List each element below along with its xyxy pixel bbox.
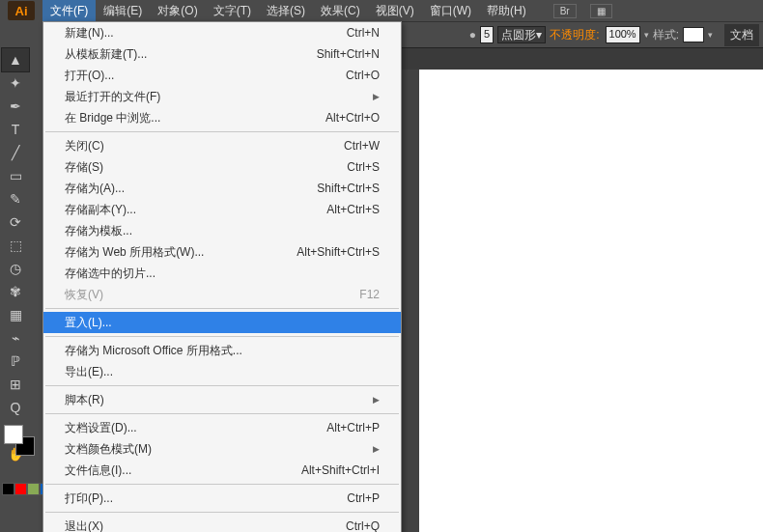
options-bar-right: ● 5 点圆形▾ 不透明度: 100% ▾ 样式: ▾ 文档 — [469, 21, 763, 48]
menu-item[interactable]: 在 Bridge 中浏览...Alt+Ctrl+O — [43, 107, 401, 128]
menu-item-label: 存储为 Microsoft Office 所用格式... — [65, 343, 242, 359]
menu-item-label: 打开(O)... — [65, 68, 114, 84]
menu-item-label: 打印(P)... — [65, 490, 113, 507]
menu-item-label: 文件信息(I)... — [65, 462, 131, 479]
brush-profile-select[interactable]: 点圆形▾ — [497, 26, 546, 43]
menu-item[interactable]: 存储为 Web 所用格式(W)...Alt+Shift+Ctrl+S — [43, 241, 401, 263]
chevron-down-icon[interactable]: ▾ — [644, 30, 649, 40]
menu-编辑e[interactable]: 编辑(E) — [96, 0, 150, 22]
menu-item-shortcut: Alt+Ctrl+O — [325, 111, 380, 125]
menu-视图v[interactable]: 视图(V) — [368, 0, 422, 22]
menu-item[interactable]: 存储(S)Ctrl+S — [43, 156, 401, 178]
tools-panel: ▲✦✒T╱▭✎⟳⬚◷✾▦⌁ℙ⊞Q⬚✋ — [2, 48, 29, 465]
menu-选择s[interactable]: 选择(S) — [259, 0, 313, 22]
menu-item-shortcut: Ctrl+O — [346, 69, 380, 82]
menu-item[interactable]: 新建(N)...Ctrl+N — [43, 22, 401, 43]
menu-item-shortcut: Ctrl+S — [347, 160, 380, 174]
menu-separator — [45, 385, 399, 386]
tool-12[interactable]: ⌁ — [2, 326, 29, 350]
tool-9[interactable]: ◷ — [2, 257, 29, 280]
tool-10[interactable]: ✾ — [2, 280, 29, 303]
menu-item-label: 存储副本(Y)... — [65, 202, 136, 218]
menu-item-label: 退出(X) — [65, 518, 103, 533]
menu-item-shortcut: Alt+Ctrl+P — [326, 421, 380, 434]
menu-文字t[interactable]: 文字(T) — [206, 0, 259, 22]
menu-对象o[interactable]: 对象(O) — [150, 0, 205, 22]
menu-separator — [45, 131, 399, 132]
tool-11[interactable]: ▦ — [2, 303, 29, 326]
menubar-aux-icons: Br ▦ — [553, 4, 612, 18]
tool-4[interactable]: ╱ — [2, 141, 29, 164]
menu-item-shortcut: Ctrl+P — [347, 491, 380, 505]
chevron-down-icon[interactable]: ▾ — [708, 30, 713, 40]
menu-帮助h[interactable]: 帮助(H) — [479, 0, 534, 22]
tool-3[interactable]: T — [2, 118, 29, 141]
swatch[interactable] — [27, 483, 40, 495]
menu-item[interactable]: 打印(P)...Ctrl+P — [43, 488, 401, 509]
style-swatch[interactable] — [683, 27, 704, 42]
opacity-input[interactable]: 100% — [606, 26, 640, 43]
menu-item[interactable]: 存储为模板... — [43, 220, 401, 241]
menu-item[interactable]: 存储为 Microsoft Office 所用格式... — [43, 340, 401, 361]
submenu-arrow-icon: ▶ — [373, 444, 380, 454]
menu-item-label: 从模板新建(T)... — [65, 46, 147, 63]
arrange-icon[interactable]: ▦ — [590, 4, 612, 18]
stroke-marker-icon: ● — [469, 28, 476, 42]
swatch[interactable] — [2, 483, 14, 495]
menu-item[interactable]: 从模板新建(T)...Shift+Ctrl+N — [43, 43, 401, 65]
menu-item-label: 存储为模板... — [65, 223, 132, 239]
menu-item[interactable]: 置入(L)... — [43, 312, 401, 333]
tool-15[interactable]: Q — [2, 396, 29, 419]
tool-1[interactable]: ✦ — [2, 71, 29, 95]
document-setup-button[interactable]: 文档 — [724, 24, 759, 46]
tool-14[interactable]: ⊞ — [2, 373, 29, 396]
opacity-label: 不透明度: — [550, 27, 599, 43]
menu-窗口w[interactable]: 窗口(W) — [422, 0, 479, 22]
menu-item-shortcut: Ctrl+W — [344, 139, 380, 153]
swatch[interactable] — [14, 483, 27, 495]
tool-7[interactable]: ⟳ — [2, 210, 29, 234]
style-label: 样式: — [653, 27, 679, 43]
menu-item[interactable]: 关闭(C)Ctrl+W — [43, 135, 401, 156]
menu-item[interactable]: 打开(O)...Ctrl+O — [43, 65, 401, 86]
menu-item[interactable]: 存储副本(Y)...Alt+Ctrl+S — [43, 199, 401, 220]
menu-item-shortcut: F12 — [359, 288, 380, 301]
tool-0[interactable]: ▲ — [2, 48, 29, 71]
menu-item-shortcut: Alt+Shift+Ctrl+S — [297, 245, 380, 259]
menu-item-label: 最近打开的文件(F) — [65, 89, 160, 105]
menu-item-label: 脚本(R) — [65, 392, 104, 408]
menu-item-label: 新建(N)... — [65, 25, 114, 42]
menubar: Ai 文件(F)编辑(E)对象(O)文字(T)选择(S)效果(C)视图(V)窗口… — [0, 0, 763, 21]
tool-6[interactable]: ✎ — [2, 187, 29, 210]
menu-item-label: 导出(E)... — [65, 364, 113, 380]
menu-item-label: 存储为(A)... — [65, 181, 125, 197]
menu-item[interactable]: 文件信息(I)...Alt+Shift+Ctrl+I — [43, 460, 401, 481]
menu-item-label: 恢复(V) — [65, 287, 103, 303]
artboard[interactable] — [419, 70, 763, 532]
menu-文件f[interactable]: 文件(F) — [42, 0, 96, 22]
menu-item-label: 关闭(C) — [65, 138, 104, 154]
tool-8[interactable]: ⬚ — [2, 234, 29, 257]
tool-13[interactable]: ℙ — [2, 350, 29, 373]
menu-separator — [45, 413, 399, 414]
menu-item-shortcut: Alt+Shift+Ctrl+I — [301, 463, 380, 477]
menu-item[interactable]: 文档颜色模式(M)▶ — [43, 438, 401, 460]
menu-item[interactable]: 存储选中的切片... — [43, 263, 401, 284]
menu-item-shortcut: Shift+Ctrl+S — [317, 182, 380, 195]
menu-item-shortcut: Ctrl+N — [347, 26, 380, 40]
fill-swatch[interactable] — [4, 425, 23, 444]
stroke-weight-input[interactable]: 5 — [480, 26, 494, 43]
menu-item[interactable]: 存储为(A)...Shift+Ctrl+S — [43, 178, 401, 199]
tool-5[interactable]: ▭ — [2, 164, 29, 187]
tool-2[interactable]: ✒ — [2, 95, 29, 118]
menu-item[interactable]: 最近打开的文件(F)▶ — [43, 86, 401, 107]
menu-item[interactable]: 退出(X)Ctrl+Q — [43, 516, 401, 532]
menu-item[interactable]: 导出(E)... — [43, 361, 401, 382]
menu-效果c[interactable]: 效果(C) — [313, 0, 368, 22]
submenu-arrow-icon: ▶ — [373, 395, 380, 405]
menu-item[interactable]: 文档设置(D)...Alt+Ctrl+P — [43, 417, 401, 438]
bridge-icon[interactable]: Br — [553, 4, 577, 18]
fill-stroke-swatches[interactable] — [4, 425, 35, 456]
menu-item-shortcut: Ctrl+Q — [346, 519, 380, 532]
menu-item[interactable]: 脚本(R)▶ — [43, 389, 401, 410]
